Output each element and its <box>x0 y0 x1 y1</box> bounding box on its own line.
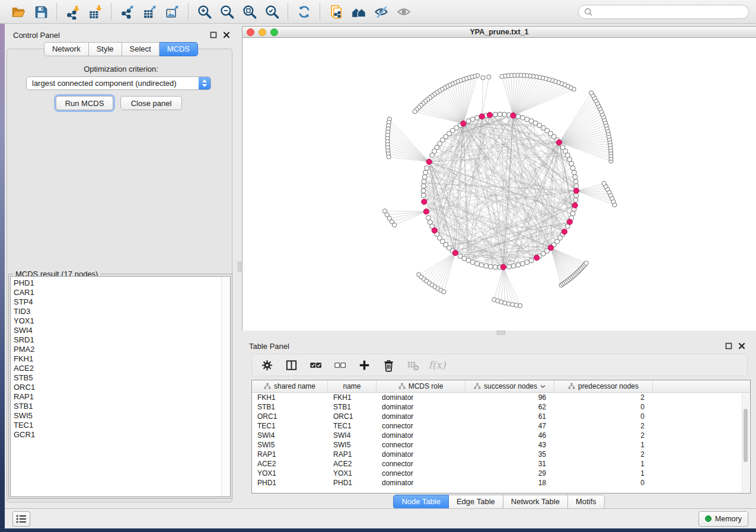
mcds-result-item[interactable]: TEC1 <box>14 421 230 430</box>
ring-node[interactable] <box>502 112 507 117</box>
cell-name[interactable]: SWI4 <box>328 431 377 440</box>
ring-node[interactable] <box>493 112 497 117</box>
dominator-node[interactable] <box>511 113 516 118</box>
cell-predecessor-nodes[interactable]: 2 <box>554 422 653 430</box>
mcds-result-item[interactable]: SRD1 <box>14 335 230 345</box>
table-scrollbar[interactable] <box>742 393 749 492</box>
mcds-result-item[interactable]: ACE2 <box>14 364 230 373</box>
cell-successor-nodes[interactable]: 31 <box>465 460 554 468</box>
cell-name[interactable]: ORC1 <box>328 412 377 421</box>
cell-MCDS-role[interactable]: connector <box>377 460 465 468</box>
ring-node[interactable] <box>520 261 525 266</box>
mcds-result-item[interactable]: STB5 <box>14 373 230 383</box>
create-column-button[interactable] <box>357 358 371 372</box>
network-home-button[interactable] <box>347 2 370 21</box>
cell-shared-name[interactable]: FKH1 <box>252 393 328 402</box>
cell-MCDS-role[interactable]: connector <box>377 441 465 449</box>
ring-node[interactable] <box>573 198 578 203</box>
open-file-button[interactable] <box>7 2 30 21</box>
cell-predecessor-nodes[interactable]: 2 <box>554 450 653 459</box>
cell-shared-name[interactable]: YOX1 <box>252 469 328 477</box>
cell-name[interactable]: FKH1 <box>328 393 377 402</box>
export-table-button[interactable] <box>139 2 161 21</box>
cell-MCDS-role[interactable]: dominator <box>377 403 465 411</box>
zoom-selected-button[interactable] <box>261 2 283 21</box>
hide-overlay-button[interactable] <box>370 2 393 21</box>
close-table-panel-button[interactable] <box>738 342 745 350</box>
network-view-canvas[interactable] <box>242 38 756 331</box>
column-header-shared-name[interactable]: shared name <box>252 380 328 392</box>
ring-node[interactable] <box>484 264 489 268</box>
float-table-panel-button[interactable] <box>725 342 732 350</box>
ring-node[interactable] <box>430 153 435 158</box>
zoom-fit-content-button[interactable] <box>238 2 261 21</box>
dominator-node[interactable] <box>461 121 466 126</box>
cell-MCDS-role[interactable]: connector <box>377 469 465 477</box>
save-session-button[interactable] <box>30 2 52 21</box>
mcds-result-item[interactable]: RAP1 <box>14 392 230 402</box>
table-row[interactable]: ORC1ORC1dominator610 <box>252 412 750 421</box>
cell-name[interactable]: STB1 <box>328 403 377 411</box>
leaf-node[interactable] <box>602 181 606 185</box>
cell-MCDS-role[interactable]: connector <box>377 422 465 430</box>
mcds-result-item[interactable]: GCR1 <box>14 430 230 440</box>
dominator-node[interactable] <box>500 264 506 270</box>
select-all-rows-button[interactable] <box>308 358 323 372</box>
dominator-node[interactable] <box>432 227 437 233</box>
dominator-node[interactable] <box>452 250 458 255</box>
cell-predecessor-nodes[interactable]: 2 <box>554 431 653 440</box>
leaf-node[interactable] <box>393 223 397 227</box>
cell-shared-name[interactable]: RAP1 <box>252 450 328 459</box>
ring-node[interactable] <box>470 260 475 265</box>
dominator-node[interactable] <box>567 219 572 225</box>
ring-node[interactable] <box>570 166 575 171</box>
dominator-node[interactable] <box>423 209 429 214</box>
ring-node[interactable] <box>516 262 521 267</box>
export-image-button[interactable] <box>161 2 184 21</box>
cell-successor-nodes[interactable]: 46 <box>465 431 554 440</box>
mcds-result-item[interactable]: SWI4 <box>14 326 230 335</box>
mcds-result-item[interactable]: ORC1 <box>14 383 230 392</box>
dominator-node[interactable] <box>573 188 579 193</box>
cell-MCDS-role[interactable]: dominator <box>377 450 465 459</box>
ring-node[interactable] <box>425 166 429 171</box>
cell-shared-name[interactable]: STB1 <box>252 403 328 411</box>
ring-node[interactable] <box>475 261 480 266</box>
mcds-result-item[interactable]: FKH1 <box>14 354 230 364</box>
leaf-node[interactable] <box>589 91 594 95</box>
cell-MCDS-role[interactable]: dominator <box>377 431 465 440</box>
vertical-splitter-grip[interactable] <box>238 262 241 271</box>
cell-successor-nodes[interactable]: 96 <box>465 393 554 402</box>
cell-successor-nodes[interactable]: 47 <box>465 422 554 430</box>
deselect-all-rows-button[interactable] <box>333 358 347 372</box>
dominator-node[interactable] <box>572 203 578 208</box>
cell-predecessor-nodes[interactable]: 1 <box>554 460 653 468</box>
table-settings-button[interactable] <box>260 358 274 372</box>
cell-MCDS-role[interactable]: dominator <box>377 393 465 402</box>
ring-node[interactable] <box>570 211 575 216</box>
cell-name[interactable]: YOX1 <box>328 469 377 477</box>
import-table-file-button[interactable] <box>84 2 107 21</box>
close-panel-button[interactable] <box>222 31 230 39</box>
dominator-node[interactable] <box>534 255 540 260</box>
table-row[interactable]: TEC1TEC1connector472 <box>252 421 750 431</box>
tab-style[interactable]: Style <box>89 42 122 56</box>
mcds-list-scrollbar[interactable] <box>221 277 230 496</box>
cell-shared-name[interactable]: TEC1 <box>252 422 328 430</box>
cell-shared-name[interactable]: SWI5 <box>252 441 328 449</box>
table-row[interactable]: RAP1RAP1dominator352 <box>252 450 750 459</box>
mcds-result-item[interactable]: CAR1 <box>14 288 230 297</box>
ring-node[interactable] <box>493 265 497 270</box>
column-header-predecessor-nodes[interactable]: predecessor nodes <box>554 380 653 392</box>
dominator-node[interactable] <box>426 159 432 164</box>
ring-node[interactable] <box>475 116 480 120</box>
run-mcds-button[interactable]: Run MCDS <box>56 96 113 110</box>
tab-motifs[interactable]: Motifs <box>568 495 605 509</box>
cell-name[interactable]: ACE2 <box>328 460 377 468</box>
cell-MCDS-role[interactable]: dominator <box>377 479 465 487</box>
search-box[interactable] <box>578 5 749 19</box>
cell-name[interactable]: TEC1 <box>328 422 377 430</box>
cell-predecessor-nodes[interactable]: 0 <box>554 403 653 411</box>
memory-button[interactable]: Memory <box>698 511 748 527</box>
leaf-node[interactable] <box>481 76 485 80</box>
